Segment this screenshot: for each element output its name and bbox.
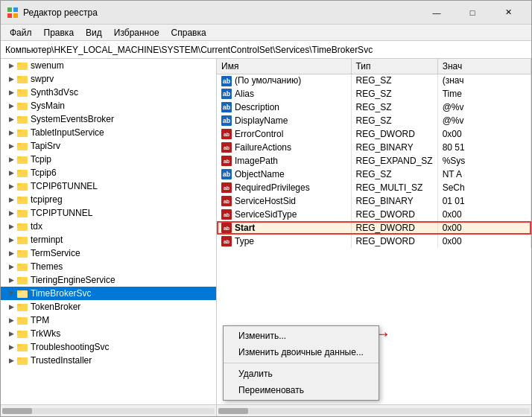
tree-label: terminpt [31, 235, 63, 245]
tree-item-timebrokersvc[interactable]: ▼ TimeBrokerSvc [1, 287, 216, 300]
tree-item-tcpip6[interactable]: ▶ Tcpip6 [1, 166, 216, 179]
svg-rect-37 [17, 277, 21, 279]
tree-item-terminpt[interactable]: ▶ terminpt [1, 233, 216, 246]
tree-arrow: ▶ [7, 235, 16, 244]
svg-rect-0 [7, 7, 12, 12]
menu-file[interactable]: Файл [4, 26, 38, 39]
close-button[interactable]: ✕ [491, 1, 525, 25]
svg-rect-49 [17, 357, 21, 360]
scroll-track-right[interactable] [218, 408, 530, 414]
tree-item-trkwks[interactable]: ▶ TrkWks [1, 327, 216, 340]
table-row[interactable]: abServiceSidType REG_DWORD 0x00 [217, 208, 531, 221]
tree-item-tieringengineservice[interactable]: ▶ TieringEngineService [1, 273, 216, 287]
context-item-modify-binary[interactable]: Изменить двоичные данные... [224, 344, 379, 360]
menu-view[interactable]: Вид [80, 26, 108, 39]
tree-item-termservice[interactable]: ▶ TermService [1, 246, 216, 260]
table-row[interactable]: abImagePath REG_EXPAND_SZ %Sys [217, 154, 531, 168]
registry-table: Имя Тип Знач ab(По умолчанию) REG_SZ (зн… [217, 59, 531, 248]
folder-icon [17, 127, 28, 138]
tree-item-sysmain[interactable]: ▶ SysMain [1, 99, 216, 112]
reg-value: 80 51 [437, 141, 531, 154]
reg-value: 0x00 [437, 235, 531, 248]
table-row[interactable]: abAlias REG_SZ Time [217, 87, 531, 101]
context-item-modify[interactable]: Изменить... [224, 328, 379, 344]
tree-item-tabletinputservice[interactable]: ▶ TabletInputService [1, 126, 216, 139]
reg-name: abDisplayName [217, 114, 351, 127]
folder-icon [17, 114, 28, 124]
table-row[interactable]: abServiceHostSid REG_BINARY 01 01 [217, 194, 531, 208]
table-row[interactable]: abDisplayName REG_SZ @%v [217, 114, 531, 127]
reg-value: %Sys [437, 154, 531, 168]
dword-icon: ab [221, 209, 232, 220]
title-bar: Редактор реестра — □ ✕ [1, 1, 531, 25]
tree-arrow: ▶ [7, 168, 16, 177]
scroll-thumb-right[interactable] [218, 408, 248, 414]
tree-item-tokenbroker[interactable]: ▶ TokenBroker [1, 300, 216, 313]
tree-arrow: ▶ [7, 155, 16, 164]
left-scrollbar[interactable] [1, 405, 217, 416]
tree-arrow: ▶ [7, 101, 16, 110]
tree-item-tcpip6tunnel[interactable]: ▶ TCPIP6TUNNEL [1, 179, 216, 193]
context-item-rename[interactable]: Переименовать [224, 382, 379, 398]
reg-name: abServiceHostSid [217, 194, 351, 208]
svg-rect-39 [17, 290, 21, 293]
svg-rect-41 [17, 304, 21, 306]
reg-type: REG_DWORD [351, 221, 437, 235]
tree-arrow: ▶ [7, 208, 16, 217]
right-scrollbar[interactable] [217, 405, 531, 416]
registry-tree[interactable]: ▶ swenum ▶ swprv ▶ Synth3dVsc [1, 59, 217, 404]
tree-item-troubleshootingsvc[interactable]: ▶ TroubleshootingSvc [1, 340, 216, 354]
tree-label: TPM [31, 315, 49, 325]
table-row[interactable]: abFailureActions REG_BINARY 80 51 [217, 141, 531, 154]
tree-item-swenum[interactable]: ▶ swenum [1, 59, 216, 72]
context-item-delete[interactable]: Удалить [224, 366, 379, 382]
minimize-button[interactable]: — [419, 1, 454, 25]
svg-rect-5 [17, 63, 21, 65]
tree-item-trustedinstaller[interactable]: ▶ TrustedInstaller [1, 354, 216, 367]
svg-rect-33 [17, 250, 21, 252]
tree-label: TrustedInstaller [31, 355, 92, 366]
menu-favorites[interactable]: Избранное [108, 26, 165, 39]
registry-values-panel: Имя Тип Знач ab(По умолчанию) REG_SZ (зн… [217, 59, 531, 404]
tree-item-swprv[interactable]: ▶ swprv [1, 72, 216, 86]
table-row[interactable]: abRequiredPrivileges REG_MULTI_SZ SeCh [217, 181, 531, 194]
scroll-area [1, 404, 531, 416]
tree-item-tcpiptunnel[interactable]: ▶ TCPIPTUNNEL [1, 206, 216, 220]
tree-item-tcpipreg[interactable]: ▶ tcpipreg [1, 193, 216, 206]
tree-arrow: ▶ [7, 182, 16, 191]
table-row-start[interactable]: abStart REG_DWORD 0x00 [217, 221, 531, 235]
scroll-track-left[interactable] [2, 408, 215, 414]
dword-icon: ab [221, 142, 232, 153]
tree-item-tcpip[interactable]: ▶ Tcpip [1, 153, 216, 166]
tree-arrow: ▶ [7, 356, 16, 365]
dword-icon: ab [221, 223, 232, 233]
tree-item-tapisrv[interactable]: ▶ TapiSrv [1, 139, 216, 153]
menu-help[interactable]: Справка [165, 26, 212, 39]
table-row[interactable]: abObjectName REG_SZ NT A [217, 168, 531, 181]
table-row[interactable]: ab(По умолчанию) REG_SZ (знач [217, 74, 531, 87]
table-row[interactable]: abDescription REG_SZ @%v [217, 101, 531, 114]
table-row[interactable]: abType REG_DWORD 0x00 [217, 235, 531, 248]
reg-type: REG_BINARY [351, 141, 437, 154]
folder-icon [17, 168, 28, 178]
window-controls: — □ ✕ [419, 1, 525, 25]
svg-rect-1 [13, 7, 18, 12]
folder-icon [17, 355, 28, 366]
svg-rect-3 [13, 13, 18, 18]
tree-item-tpm[interactable]: ▶ TPM [1, 313, 216, 327]
maximize-button[interactable]: □ [455, 1, 490, 25]
reg-value: Time [437, 87, 531, 101]
scroll-thumb-left[interactable] [2, 408, 32, 414]
tree-arrow: ▶ [7, 141, 16, 150]
svg-rect-35 [17, 264, 21, 266]
tree-item-themes[interactable]: ▶ Themes [1, 260, 216, 273]
reg-value: (знач [437, 74, 531, 87]
reg-name: abFailureActions [217, 141, 351, 154]
tree-item-synth3dvsc[interactable]: ▶ Synth3dVsc [1, 86, 216, 99]
svg-rect-47 [17, 344, 21, 346]
table-row[interactable]: abErrorControl REG_DWORD 0x00 [217, 127, 531, 141]
svg-rect-43 [17, 317, 21, 319]
tree-item-systemeventsbroker[interactable]: ▶ SystemEventsBroker [1, 112, 216, 126]
menu-edit[interactable]: Правка [38, 26, 80, 39]
tree-item-tdx[interactable]: ▶ tdx [1, 220, 216, 233]
